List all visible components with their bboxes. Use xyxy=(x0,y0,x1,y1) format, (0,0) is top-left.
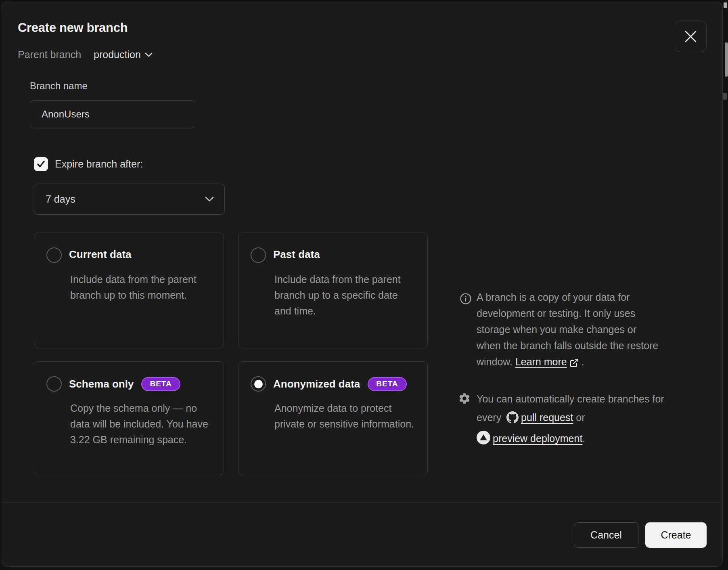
automation-middle: or xyxy=(576,412,585,423)
learn-more-link[interactable]: Learn more xyxy=(515,356,567,367)
option-title: Anonymized data xyxy=(273,378,360,390)
beta-badge: BETA xyxy=(368,377,406,391)
option-description: Copy the schema only — no data will be i… xyxy=(70,400,212,448)
radio-unselected-icon[interactable] xyxy=(46,376,62,392)
chevron-down-icon xyxy=(145,52,153,57)
footer-divider xyxy=(1,503,722,503)
github-icon xyxy=(506,411,519,429)
info-icon xyxy=(460,293,472,306)
expire-checkbox-label: Expire branch after: xyxy=(55,158,143,170)
parent-branch-label: Parent branch xyxy=(18,49,81,61)
chevron-down-icon xyxy=(205,197,214,202)
parent-branch-select[interactable]: production xyxy=(94,49,153,61)
branch-info-body: A branch is a copy of your data for deve… xyxy=(477,291,658,367)
option-title: Schema only xyxy=(69,378,134,390)
expire-duration-value: 7 days xyxy=(46,193,75,205)
cancel-button[interactable]: Cancel xyxy=(574,522,638,548)
dialog-title: Create new branch xyxy=(18,21,128,35)
option-description: Include data from the parent branch up t… xyxy=(70,272,212,303)
vercel-icon xyxy=(477,431,490,450)
parent-branch-value: production xyxy=(94,49,141,61)
option-card-past-data[interactable]: Past data Include data from the parent b… xyxy=(238,233,428,348)
option-title: Current data xyxy=(69,248,132,261)
gear-icon xyxy=(458,392,471,407)
expire-checkbox[interactable] xyxy=(34,157,48,171)
option-title: Past data xyxy=(273,248,320,261)
close-icon xyxy=(684,30,697,43)
option-description: Anonymize data to protect private or sen… xyxy=(274,400,416,432)
external-link-icon xyxy=(569,356,579,372)
option-description: Include data from the parent branch up t… xyxy=(274,272,416,319)
automation-info-text: You can automatically create branches fo… xyxy=(477,390,682,450)
branch-name-label: Branch name xyxy=(30,80,88,92)
option-card-anonymized-data[interactable]: Anonymized data BETA Anonymize data to p… xyxy=(238,361,428,475)
automation-suffix: . xyxy=(582,433,585,444)
pull-request-link[interactable]: pull request xyxy=(521,412,573,423)
beta-badge: BETA xyxy=(141,377,180,391)
create-branch-dialog: Create new branch Parent branch producti… xyxy=(1,2,723,567)
page-behind-fragment xyxy=(724,2,727,8)
page-behind-fragment xyxy=(722,93,727,100)
expire-duration-select[interactable]: 7 days xyxy=(34,184,225,215)
radio-selected-icon[interactable] xyxy=(251,376,266,392)
branch-info-suffix: . xyxy=(582,356,584,367)
option-card-schema-only[interactable]: Schema only BETA Copy the schema only — … xyxy=(34,361,224,475)
branch-info-text: A branch is a copy of your data for deve… xyxy=(477,289,661,372)
expire-branch-row: Expire branch after: xyxy=(34,157,143,171)
close-button[interactable] xyxy=(675,21,707,52)
radio-unselected-icon[interactable] xyxy=(251,247,266,263)
checkbox-check-icon xyxy=(36,159,46,169)
parent-branch-row: Parent branch production xyxy=(18,49,153,61)
create-button[interactable]: Create xyxy=(645,522,707,548)
radio-unselected-icon[interactable] xyxy=(46,247,62,263)
preview-deployment-link[interactable]: preview deployment xyxy=(493,433,582,444)
option-card-current-data[interactable]: Current data Include data from the paren… xyxy=(34,233,224,348)
branch-name-input[interactable] xyxy=(30,100,195,128)
page-scrollbar-thumb[interactable] xyxy=(725,42,728,77)
